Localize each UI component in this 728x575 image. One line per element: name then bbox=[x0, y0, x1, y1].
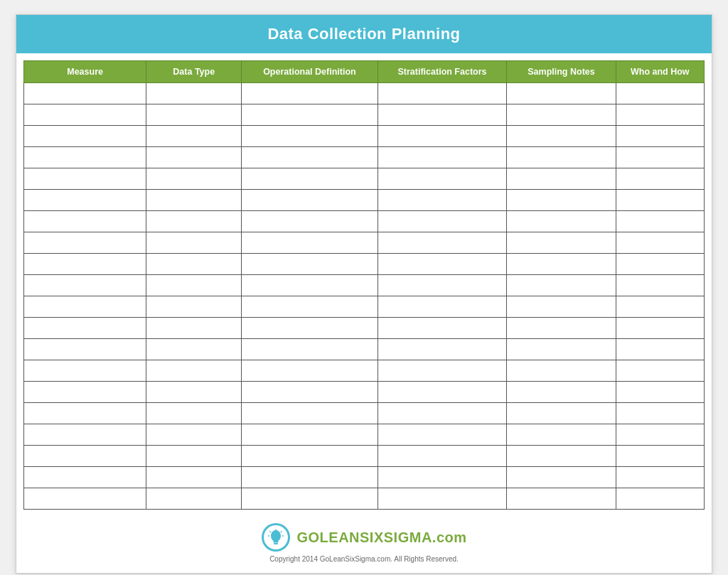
table-cell[interactable] bbox=[616, 403, 704, 424]
table-cell[interactable] bbox=[242, 403, 378, 424]
table-cell[interactable] bbox=[378, 382, 507, 403]
table-cell[interactable] bbox=[146, 190, 242, 211]
table-cell[interactable] bbox=[616, 104, 704, 126]
table-cell[interactable] bbox=[507, 318, 616, 339]
table-cell[interactable] bbox=[242, 382, 378, 403]
table-cell[interactable] bbox=[146, 339, 242, 360]
table-cell[interactable] bbox=[507, 424, 616, 446]
table-cell[interactable] bbox=[378, 339, 507, 360]
table-cell[interactable] bbox=[616, 467, 704, 488]
table-cell[interactable] bbox=[378, 190, 507, 211]
table-cell[interactable] bbox=[378, 296, 507, 318]
table-cell[interactable] bbox=[24, 232, 146, 254]
table-cell[interactable] bbox=[616, 211, 704, 232]
table-cell[interactable] bbox=[24, 339, 146, 360]
table-cell[interactable] bbox=[24, 488, 146, 510]
table-cell[interactable] bbox=[616, 83, 704, 104]
table-cell[interactable] bbox=[242, 168, 378, 190]
table-cell[interactable] bbox=[24, 446, 146, 467]
table-cell[interactable] bbox=[242, 360, 378, 382]
table-cell[interactable] bbox=[242, 104, 378, 126]
table-cell[interactable] bbox=[378, 104, 507, 126]
table-cell[interactable] bbox=[242, 232, 378, 254]
table-cell[interactable] bbox=[507, 147, 616, 168]
table-cell[interactable] bbox=[378, 232, 507, 254]
table-cell[interactable] bbox=[378, 254, 507, 275]
table-cell[interactable] bbox=[242, 488, 378, 510]
table-cell[interactable] bbox=[378, 467, 507, 488]
table-cell[interactable] bbox=[242, 296, 378, 318]
table-cell[interactable] bbox=[507, 275, 616, 296]
table-cell[interactable] bbox=[616, 446, 704, 467]
table-cell[interactable] bbox=[378, 360, 507, 382]
table-cell[interactable] bbox=[24, 190, 146, 211]
table-cell[interactable] bbox=[24, 318, 146, 339]
table-cell[interactable] bbox=[146, 275, 242, 296]
table-cell[interactable] bbox=[24, 168, 146, 190]
table-cell[interactable] bbox=[146, 232, 242, 254]
table-cell[interactable] bbox=[24, 211, 146, 232]
table-cell[interactable] bbox=[616, 488, 704, 510]
table-cell[interactable] bbox=[242, 446, 378, 467]
table-cell[interactable] bbox=[616, 360, 704, 382]
table-cell[interactable] bbox=[378, 446, 507, 467]
table-cell[interactable] bbox=[24, 126, 146, 147]
table-cell[interactable] bbox=[507, 360, 616, 382]
table-cell[interactable] bbox=[616, 147, 704, 168]
table-cell[interactable] bbox=[146, 360, 242, 382]
table-cell[interactable] bbox=[242, 147, 378, 168]
table-cell[interactable] bbox=[146, 147, 242, 168]
table-cell[interactable] bbox=[24, 467, 146, 488]
table-cell[interactable] bbox=[146, 211, 242, 232]
table-cell[interactable] bbox=[242, 318, 378, 339]
table-cell[interactable] bbox=[616, 190, 704, 211]
table-cell[interactable] bbox=[378, 403, 507, 424]
table-cell[interactable] bbox=[378, 147, 507, 168]
table-cell[interactable] bbox=[24, 147, 146, 168]
table-cell[interactable] bbox=[616, 168, 704, 190]
table-cell[interactable] bbox=[242, 467, 378, 488]
table-cell[interactable] bbox=[378, 168, 507, 190]
table-cell[interactable] bbox=[616, 296, 704, 318]
table-cell[interactable] bbox=[616, 339, 704, 360]
table-cell[interactable] bbox=[242, 254, 378, 275]
table-cell[interactable] bbox=[146, 104, 242, 126]
table-cell[interactable] bbox=[242, 83, 378, 104]
table-cell[interactable] bbox=[24, 83, 146, 104]
table-cell[interactable] bbox=[507, 83, 616, 104]
table-cell[interactable] bbox=[24, 275, 146, 296]
table-cell[interactable] bbox=[378, 424, 507, 446]
table-cell[interactable] bbox=[146, 403, 242, 424]
table-cell[interactable] bbox=[507, 403, 616, 424]
table-cell[interactable] bbox=[378, 83, 507, 104]
table-cell[interactable] bbox=[146, 126, 242, 147]
table-cell[interactable] bbox=[507, 382, 616, 403]
table-cell[interactable] bbox=[146, 488, 242, 510]
table-cell[interactable] bbox=[507, 232, 616, 254]
table-cell[interactable] bbox=[24, 104, 146, 126]
table-cell[interactable] bbox=[146, 83, 242, 104]
table-cell[interactable] bbox=[24, 403, 146, 424]
table-cell[interactable] bbox=[146, 446, 242, 467]
table-cell[interactable] bbox=[24, 382, 146, 403]
table-cell[interactable] bbox=[507, 446, 616, 467]
table-cell[interactable] bbox=[507, 467, 616, 488]
table-cell[interactable] bbox=[24, 424, 146, 446]
table-cell[interactable] bbox=[242, 126, 378, 147]
table-cell[interactable] bbox=[146, 382, 242, 403]
table-cell[interactable] bbox=[616, 254, 704, 275]
table-cell[interactable] bbox=[616, 382, 704, 403]
table-cell[interactable] bbox=[242, 339, 378, 360]
table-cell[interactable] bbox=[507, 488, 616, 510]
table-cell[interactable] bbox=[146, 254, 242, 275]
table-cell[interactable] bbox=[378, 211, 507, 232]
table-cell[interactable] bbox=[24, 254, 146, 275]
table-cell[interactable] bbox=[146, 424, 242, 446]
table-cell[interactable] bbox=[378, 488, 507, 510]
table-cell[interactable] bbox=[616, 318, 704, 339]
table-cell[interactable] bbox=[146, 168, 242, 190]
table-cell[interactable] bbox=[507, 339, 616, 360]
table-cell[interactable] bbox=[616, 126, 704, 147]
table-cell[interactable] bbox=[24, 360, 146, 382]
table-cell[interactable] bbox=[616, 232, 704, 254]
